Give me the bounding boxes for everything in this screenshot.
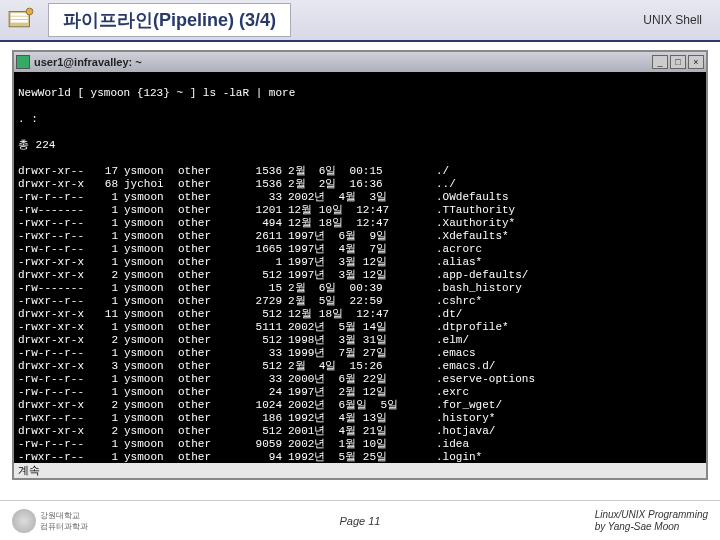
title-box: 파이프라인(Pipeline) (3/4) [48,3,291,37]
credit-line-2: by Yang-Sae Moon [595,521,708,533]
svg-rect-3 [11,20,28,23]
more-prompt[interactable]: 계속 [14,463,706,478]
listing-row: -rwxr-xr-x1ysmoonother11997년 3월 12일.alia… [18,256,702,269]
listing-row: -rw-r--r--1ysmoonother90592002년 1월 10일.i… [18,438,702,451]
listing-row: -rwxr--r--1ysmoonother49412월 18일 12:47.X… [18,217,702,230]
svg-rect-2 [11,17,28,20]
listing-row: drwxr-xr-x68jychoiother15362월 2일 16:36..… [18,178,702,191]
minimize-button[interactable]: _ [652,55,668,69]
listing-row: -rwxr-xr-x1ysmoonother51112002년 5월 14일.d… [18,321,702,334]
listing-row: -rwxr--r--1ysmoonother26111997년 6월 9일.Xd… [18,230,702,243]
listing-row: drwxr-xr-x2ysmoonother5121998년 3월 31일.el… [18,334,702,347]
credit-line-1: Linux/UNIX Programming [595,509,708,521]
svg-rect-1 [11,13,28,16]
listing-row: drwxr-xr-x11ysmoonother51212월 18일 12:47.… [18,308,702,321]
header-icon [0,0,42,41]
listing-row: -rwxr--r--1ysmoonother941992년 5월 25일.log… [18,451,702,463]
slide-header: 파이프라인(Pipeline) (3/4) UNIX Shell [0,0,720,42]
close-button[interactable]: × [688,55,704,69]
footer-logo-text: 강원대학교 컴퓨터과학과 [40,510,88,532]
listing-row: -rw-------1ysmoonother152월 6일 00:39.bash… [18,282,702,295]
listing-row: -rw-------1ysmoonother120112월 10일 12:47.… [18,204,702,217]
listing-row: -rw-r--r--1ysmoonother241997년 2월 12일.exr… [18,386,702,399]
listing-row: -rw-r--r--1ysmoonother16651997년 4월 7일.ac… [18,243,702,256]
listing-row: drwxr-xr--17ysmoonother15362월 6일 00:15./ [18,165,702,178]
listing-row: -rw-r--r--1ysmoonother332002년 4월 3일.OWde… [18,191,702,204]
listing-row: -rw-r--r--1ysmoonother331999년 7월 27일.ema… [18,347,702,360]
terminal-app-icon [16,55,30,69]
terminal-title: user1@infravalley: ~ [34,56,142,68]
slide-title: 파이프라인(Pipeline) (3/4) [63,10,276,30]
content-area: user1@infravalley: ~ _ □ × NewWorld [ ys… [0,42,720,500]
total-line: 총 224 [18,139,702,152]
footer-logo-icon [12,509,36,533]
listing-row: drwxr-xr-x2ysmoonother5122001년 4월 21일.ho… [18,425,702,438]
footer-credit: Linux/UNIX Programming by Yang-Sae Moon [595,509,708,533]
section-label: UNIX Shell [643,13,702,27]
page-number: Page 11 [340,515,381,527]
svg-point-4 [26,8,33,15]
dot-line: . : [18,113,702,126]
slide-footer: 강원대학교 컴퓨터과학과 Page 11 Linux/UNIX Programm… [0,500,720,540]
listing-row: -rwxr--r--1ysmoonother1861992년 4월 13일.hi… [18,412,702,425]
prompt-line: NewWorld [ ysmoon {123} ~ ] ls -laR | mo… [18,87,702,100]
terminal-window: user1@infravalley: ~ _ □ × NewWorld [ ys… [12,50,708,480]
listing-row: -rw-r--r--1ysmoonother332000년 6월 22일.ese… [18,373,702,386]
listing-row: -rwxr--r--1ysmoonother27292월 5일 22:59.cs… [18,295,702,308]
terminal-body[interactable]: NewWorld [ ysmoon {123} ~ ] ls -laR | mo… [14,72,706,463]
terminal-titlebar: user1@infravalley: ~ _ □ × [14,52,706,72]
listing-row: drwxr-xr-x2ysmoonother10242002년 6월일 5일.f… [18,399,702,412]
listing-row: drwxr-xr-x2ysmoonother5121997년 3월 12일.ap… [18,269,702,282]
listing-row: drwxr-xr-x3ysmoonother5122월 4일 15:26.ema… [18,360,702,373]
maximize-button[interactable]: □ [670,55,686,69]
